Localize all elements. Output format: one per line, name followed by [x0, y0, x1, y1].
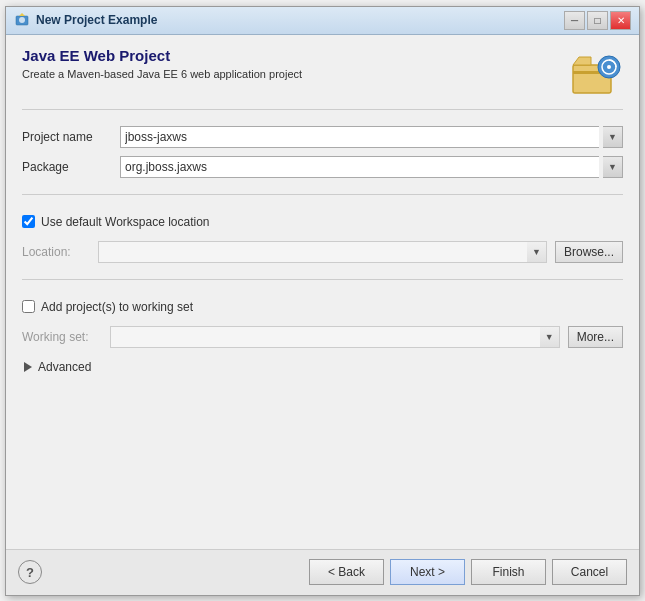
- project-name-dropdown[interactable]: ▼: [603, 126, 623, 148]
- package-input-wrap: ▼: [120, 156, 623, 178]
- working-set-row: Working set: ▼ More...: [22, 326, 623, 348]
- window-icon: [14, 12, 30, 28]
- advanced-row[interactable]: Advanced: [22, 356, 623, 378]
- location-input-wrap: ▼: [98, 241, 547, 263]
- minimize-button[interactable]: ─: [564, 11, 585, 30]
- project-name-label: Project name: [22, 130, 112, 144]
- working-set-checkbox[interactable]: [22, 300, 35, 313]
- working-set-checkbox-label[interactable]: Add project(s) to working set: [41, 300, 193, 314]
- browse-button[interactable]: Browse...: [555, 241, 623, 263]
- svg-point-2: [19, 17, 25, 23]
- dialog-subtitle: Create a Maven-based Java EE 6 web appli…: [22, 68, 561, 80]
- more-button[interactable]: More...: [568, 326, 623, 348]
- package-row: Package ▼: [22, 156, 623, 178]
- next-button[interactable]: Next >: [390, 559, 465, 585]
- working-set-dropdown[interactable]: ▼: [540, 326, 560, 348]
- working-set-checkbox-row: Add project(s) to working set: [22, 296, 623, 318]
- header-text: Java EE Web Project Create a Maven-based…: [22, 47, 561, 80]
- title-bar-buttons: ─ □ ✕: [564, 11, 631, 30]
- window-title: New Project Example: [36, 13, 564, 27]
- svg-marker-5: [573, 57, 591, 65]
- back-button[interactable]: < Back: [309, 559, 384, 585]
- divider-1: [22, 194, 623, 195]
- workspace-checkbox-label[interactable]: Use default Workspace location: [41, 215, 210, 229]
- svg-marker-1: [19, 13, 25, 16]
- help-button[interactable]: ?: [18, 560, 42, 584]
- workspace-checkbox-row: Use default Workspace location: [22, 211, 623, 233]
- header-icon: [571, 47, 623, 99]
- project-name-input[interactable]: [120, 126, 599, 148]
- footer: ? < Back Next > Finish Cancel: [6, 549, 639, 595]
- package-label: Package: [22, 160, 112, 174]
- maximize-button[interactable]: □: [587, 11, 608, 30]
- location-input[interactable]: [98, 241, 527, 263]
- working-set-input-wrap: ▼: [110, 326, 560, 348]
- svg-point-8: [607, 65, 611, 69]
- spacer: [22, 378, 623, 537]
- title-bar: New Project Example ─ □ ✕: [6, 7, 639, 35]
- advanced-triangle-icon: [24, 362, 32, 372]
- advanced-label: Advanced: [38, 360, 91, 374]
- dialog-window: New Project Example ─ □ ✕ Java EE Web Pr…: [5, 6, 640, 596]
- header-section: Java EE Web Project Create a Maven-based…: [22, 47, 623, 110]
- project-name-row: Project name ▼: [22, 126, 623, 148]
- footer-buttons: < Back Next > Finish Cancel: [309, 559, 627, 585]
- package-input[interactable]: [120, 156, 599, 178]
- location-label: Location:: [22, 245, 90, 259]
- dialog-title: Java EE Web Project: [22, 47, 561, 64]
- finish-button[interactable]: Finish: [471, 559, 546, 585]
- form-section: Project name ▼ Package ▼ Use default Wor…: [22, 126, 623, 378]
- close-button[interactable]: ✕: [610, 11, 631, 30]
- divider-2: [22, 279, 623, 280]
- location-dropdown[interactable]: ▼: [527, 241, 547, 263]
- workspace-checkbox[interactable]: [22, 215, 35, 228]
- working-set-input[interactable]: [110, 326, 540, 348]
- project-name-input-wrap: ▼: [120, 126, 623, 148]
- working-set-label: Working set:: [22, 330, 102, 344]
- location-row: Location: ▼ Browse...: [22, 241, 623, 263]
- cancel-button[interactable]: Cancel: [552, 559, 627, 585]
- package-dropdown[interactable]: ▼: [603, 156, 623, 178]
- content-area: Java EE Web Project Create a Maven-based…: [6, 35, 639, 549]
